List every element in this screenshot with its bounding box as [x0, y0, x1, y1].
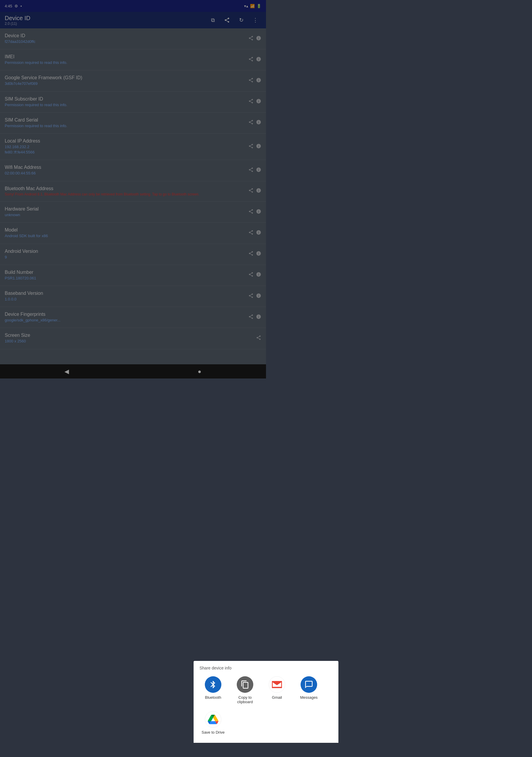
dialog-overlay[interactable] [0, 0, 266, 378]
